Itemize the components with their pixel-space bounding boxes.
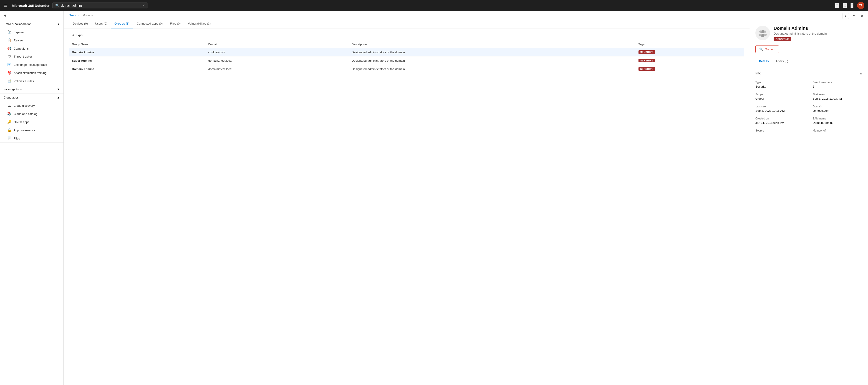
info-collapse-icon: ▲ <box>859 71 863 75</box>
sidebar-section-label-investigations: Investigations <box>4 88 22 91</box>
export-button[interactable]: ⬇ Export <box>69 32 87 38</box>
search-icon: 🔍 <box>55 4 59 7</box>
detail-close-button[interactable]: ✕ <box>859 13 865 19</box>
table-area: ⬇ Export Group Name Domain Description T… <box>64 28 750 385</box>
detail-next-button[interactable]: ▼ <box>851 13 857 19</box>
cell-group-name: Domain Admins <box>69 65 206 73</box>
svg-point-0 <box>761 30 764 33</box>
table-row[interactable]: Domain Admins contoso.com Designated adm… <box>69 48 744 56</box>
sidebar-item-label: Cloud discovery <box>14 104 35 108</box>
sidebar-item-exchange-message-trace[interactable]: 📧 Exchange message trace <box>0 61 63 69</box>
detail-prev-button[interactable]: ▲ <box>842 13 849 19</box>
table-header: Group Name Domain Description Tags <box>69 41 744 48</box>
sidebar-section-cloud-apps: Cloud apps ▲ ☁ Cloud discovery 📚 Cloud a… <box>0 93 63 143</box>
field-domain-value: contoso.com <box>813 109 863 112</box>
svg-point-1 <box>759 30 762 33</box>
global-search-bar[interactable]: 🔍 ✕ <box>52 2 148 8</box>
detail-avatar <box>755 26 770 40</box>
sidebar-section-investigations: Investigations ▼ <box>0 85 63 93</box>
go-hunt-icon: 🔍 <box>759 48 763 51</box>
cell-domain: domain1.test.local <box>206 56 349 65</box>
explorer-icon: 🔭 <box>7 30 11 34</box>
sidebar-section-header-cloud-apps[interactable]: Cloud apps ▲ <box>0 93 63 101</box>
info-grid: Type Security Direct members 5 Scope Glo… <box>755 81 863 133</box>
sidebar-item-cloud-app-catalog[interactable]: 📚 Cloud app catalog <box>0 110 63 118</box>
avatar[interactable]: TA <box>857 2 864 9</box>
sidebar-item-campaigns[interactable]: 📢 Campaigns <box>0 45 63 53</box>
field-created-on-label: Created on <box>755 117 805 120</box>
col-group-name[interactable]: Group Name <box>69 41 206 48</box>
search-input[interactable] <box>61 4 141 7</box>
field-last-seen-label: Last seen <box>755 105 805 108</box>
settings-icon[interactable]: ⚙ <box>843 3 847 8</box>
field-scope-label: Scope <box>755 93 805 96</box>
col-tags[interactable]: Tags <box>636 41 744 48</box>
col-domain[interactable]: Domain <box>206 41 349 48</box>
tab-users[interactable]: Users (0) <box>91 19 111 28</box>
hamburger-menu[interactable]: ☰ <box>4 3 7 8</box>
chevron-up-icon-cloud: ▲ <box>57 96 60 99</box>
clear-search-icon[interactable]: ✕ <box>143 4 145 7</box>
sidebar-item-label: Campaigns <box>14 47 29 50</box>
go-hunt-button[interactable]: 🔍 Go hunt <box>755 46 779 53</box>
sidebar-item-label: Cloud app catalog <box>14 112 37 116</box>
tab-files[interactable]: Files (0) <box>166 19 184 28</box>
app-title: Microsoft 365 Defender <box>12 4 50 7</box>
oauth-icon: 🔑 <box>7 120 11 124</box>
detail-panel: ▲ ▼ ✕ <box>750 11 868 385</box>
field-member-of-label: Member of <box>813 129 863 132</box>
sidebar-item-explorer[interactable]: 🔭 Explorer <box>0 28 63 36</box>
sidebar-item-oauth-apps[interactable]: 🔑 OAuth apps <box>0 118 63 126</box>
collapse-icon: ◀ <box>4 13 6 17</box>
help-icon[interactable]: ? <box>850 3 854 8</box>
col-description[interactable]: Description <box>349 41 636 48</box>
field-type: Type Security <box>755 81 805 88</box>
svg-point-5 <box>764 34 767 36</box>
info-section-header[interactable]: Info ▲ <box>755 70 863 77</box>
sidebar-section-label-email: Email & collaboration <box>4 22 31 26</box>
detail-tab-users[interactable]: Users (5) <box>772 58 792 65</box>
sidebar-section-header-email[interactable]: Email & collaboration ▲ <box>0 20 63 28</box>
breadcrumb-groups: Groups <box>83 13 93 17</box>
go-hunt-label: Go hunt <box>765 48 775 51</box>
field-type-value: Security <box>755 85 805 88</box>
sidebar-item-label: Exchange message trace <box>14 63 47 66</box>
top-navigation: ☰ Microsoft 365 Defender 🔍 ✕ ⬡ ⚙ ? TA <box>0 0 868 11</box>
sidebar-item-policies-rules[interactable]: 📑 Policies & rules <box>0 77 63 85</box>
table-body: Domain Admins contoso.com Designated adm… <box>69 48 744 73</box>
sidebar-item-files[interactable]: 📄 Files <box>0 134 63 143</box>
table-row[interactable]: Super Admins domain1.test.local Designat… <box>69 56 744 65</box>
campaigns-icon: 📢 <box>7 47 11 51</box>
sidebar-collapse-btn[interactable]: ◀ <box>0 11 63 20</box>
table-row[interactable]: Domain Admins domain2.test.local Designa… <box>69 65 744 73</box>
tab-groups[interactable]: Groups (3) <box>111 19 133 28</box>
content-area: Search › Groups Devices (0) Users (0) Gr… <box>64 11 868 385</box>
field-first-seen: First seen Sep 3, 2018 11:03 AM <box>813 93 863 100</box>
sensitive-badge: SENSITIVE <box>639 50 655 54</box>
sidebar-item-cloud-discovery[interactable]: ☁ Cloud discovery <box>0 101 63 110</box>
detail-title: Domain Admins <box>774 26 827 31</box>
tab-connected-apps[interactable]: Connected apps (0) <box>133 19 166 28</box>
table-toolbar: ⬇ Export <box>69 32 744 38</box>
cell-description: Designated administrators of the domain <box>349 65 636 73</box>
tab-vulnerabilities[interactable]: Vulnerabilities (3) <box>184 19 214 28</box>
chevron-up-icon: ▲ <box>57 22 60 26</box>
tab-devices[interactable]: Devices (0) <box>69 19 91 28</box>
field-direct-members: Direct members 5 <box>813 81 863 88</box>
cell-group-name: Super Admins <box>69 56 206 65</box>
top-nav-icons: ⬡ ⚙ ? TA <box>835 2 864 9</box>
sidebar-item-threat-tracker[interactable]: 🛡 Threat tracker <box>0 53 63 61</box>
detail-subtitle: Designated administrators of the domain <box>774 32 827 35</box>
sensitive-badge: SENSITIVE <box>639 59 655 62</box>
field-last-seen: Last seen Sep 3, 2023 10:16 AM <box>755 105 805 112</box>
sidebar-section-header-investigations[interactable]: Investigations ▼ <box>0 85 63 93</box>
breadcrumb-search[interactable]: Search <box>69 13 79 17</box>
svg-point-4 <box>758 34 762 36</box>
sidebar-item-app-governance[interactable]: 🔒 App governance <box>0 126 63 134</box>
attack-simulation-icon: 🎯 <box>7 71 11 75</box>
sidebar-item-review[interactable]: 📋 Review <box>0 36 63 45</box>
feedback-icon[interactable]: ⬡ <box>835 3 839 8</box>
sidebar-item-attack-simulation-training[interactable]: 🎯 Attack simulation training <box>0 69 63 77</box>
detail-tab-details[interactable]: Details <box>755 58 772 65</box>
export-icon: ⬇ <box>72 33 74 37</box>
